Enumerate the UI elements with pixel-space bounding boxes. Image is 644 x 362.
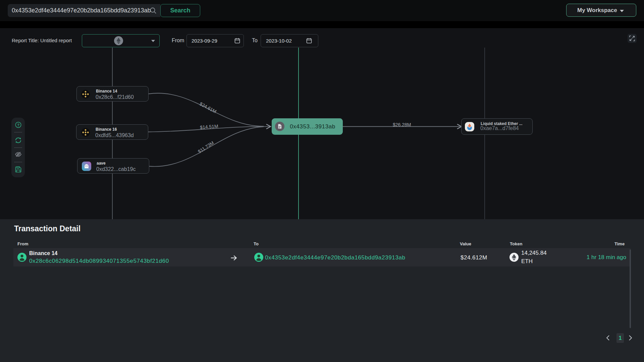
svg-text:?: ? bbox=[17, 123, 19, 127]
